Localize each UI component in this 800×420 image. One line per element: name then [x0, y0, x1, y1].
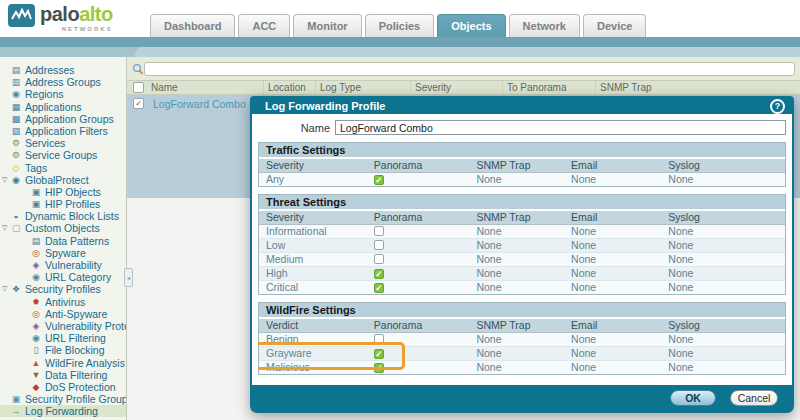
sidebar-item-wildfire-analysis[interactable]: ▲WildFire Analysis — [0, 357, 126, 369]
sidebar-item-log-forwarding[interactable]: →Log Forwarding — [0, 405, 126, 417]
sidebar-item-dynamic-block-lists[interactable]: ◒Dynamic Block Lists — [0, 210, 126, 222]
medium-panorama-checkbox[interactable] — [374, 254, 384, 264]
benign-panorama-checkbox[interactable] — [374, 334, 384, 344]
sidebar-item-label: Application Groups — [25, 113, 114, 125]
sidebar-item-application-filters[interactable]: ▧Application Filters — [0, 125, 126, 137]
snmp-trap-value[interactable]: None — [469, 361, 564, 374]
snmp-trap-value[interactable]: None — [469, 347, 564, 360]
sidebar-item-data-patterns[interactable]: ▤Data Patterns — [0, 235, 126, 247]
sidebar-item-vulnerability-protection[interactable]: ◈Vulnerability Protection — [0, 320, 126, 332]
dynamic-block-lists-icon: ◒ — [10, 210, 22, 222]
select-all-checkbox[interactable] — [133, 82, 144, 93]
any-panorama-checkbox[interactable]: ✓ — [374, 175, 384, 185]
sidebar-item-tags[interactable]: ◇Tags — [0, 162, 126, 174]
sidebar-item-applications[interactable]: ▦Applications — [0, 101, 126, 113]
sidebar-item-regions[interactable]: ◉Regions — [0, 88, 126, 100]
sidebar-item-dos-protection[interactable]: ◆DoS Protection — [0, 381, 126, 393]
expand-triangle-icon[interactable]: ▽ — [2, 283, 7, 295]
tab-policies[interactable]: Policies — [365, 14, 435, 37]
critical-panorama-checkbox[interactable]: ✓ — [374, 283, 384, 293]
column-header-name[interactable]: Name — [147, 81, 263, 94]
severity-label: Benign — [259, 333, 367, 346]
sidebar-item-antivirus[interactable]: ✹Antivirus — [0, 296, 126, 308]
sidebar-item-data-filtering[interactable]: ▼Data Filtering — [0, 369, 126, 381]
sidebar-item-hip-objects[interactable]: ▣HIP Objects — [0, 186, 126, 198]
main-nav-tabs: DashboardACCMonitorPoliciesObjectsNetwor… — [150, 14, 649, 37]
sidebar-collapse-handle[interactable]: ◂ — [124, 268, 133, 287]
tab-network[interactable]: Network — [509, 14, 580, 37]
low-panorama-checkbox[interactable] — [374, 240, 384, 250]
tab-acc[interactable]: ACC — [238, 14, 290, 37]
email-value[interactable]: None — [564, 347, 661, 360]
syslog-value[interactable]: None — [661, 361, 785, 374]
email-value[interactable]: None — [564, 333, 661, 346]
content-panel-top — [135, 47, 800, 57]
syslog-value[interactable]: None — [661, 173, 785, 186]
sidebar-item-vulnerability[interactable]: ◈Vulnerability — [0, 259, 126, 271]
sidebar-item-services[interactable]: ⚙Services — [0, 137, 126, 149]
tab-device[interactable]: Device — [583, 14, 646, 37]
column-header-to-panorama[interactable]: To Panorama — [502, 81, 595, 94]
email-value[interactable]: None — [564, 225, 661, 238]
sidebar-item-addresses[interactable]: ▤Addresses — [0, 64, 126, 76]
syslog-value[interactable]: None — [661, 281, 785, 294]
expand-triangle-icon[interactable]: ▽ — [2, 222, 7, 234]
snmp-trap-value[interactable]: None — [469, 239, 564, 252]
sidebar-item-anti-spyware[interactable]: ◎Anti-Spyware — [0, 308, 126, 320]
email-value[interactable]: None — [564, 253, 661, 266]
syslog-value[interactable]: None — [661, 267, 785, 280]
row-checkbox[interactable]: ✓ — [133, 98, 144, 109]
sidebar-item-security-profile-groups[interactable]: ▣Security Profile Groups — [0, 393, 126, 405]
sidebar-item-hip-profiles[interactable]: ▣HIP Profiles — [0, 198, 126, 210]
syslog-value[interactable]: None — [661, 253, 785, 266]
syslog-value[interactable]: None — [661, 347, 785, 360]
syslog-value[interactable]: None — [661, 239, 785, 252]
expand-triangle-icon[interactable]: ▽ — [2, 174, 7, 186]
sidebar-item-address-groups[interactable]: ▥Address Groups — [0, 76, 126, 88]
sidebar-item-url-filtering[interactable]: ◉URL Filtering — [0, 332, 126, 344]
sidebar-item-globalprotect[interactable]: ▽◉GlobalProtect — [0, 174, 126, 186]
sidebar-item-spyware[interactable]: ◎Spyware — [0, 247, 126, 259]
snmp-trap-value[interactable]: None — [469, 253, 564, 266]
email-value[interactable]: None — [564, 281, 661, 294]
syslog-value[interactable]: None — [661, 225, 785, 238]
email-value[interactable]: None — [564, 267, 661, 280]
email-value[interactable]: None — [564, 173, 661, 186]
sidebar-item-service-groups[interactable]: ⚙Service Groups — [0, 149, 126, 161]
column-header-log-type[interactable]: Log Type — [315, 81, 410, 94]
snmp-trap-value[interactable]: None — [469, 225, 564, 238]
column-header-snmp-trap[interactable]: SNMP Trap — [595, 81, 800, 94]
syslog-value[interactable]: None — [661, 333, 785, 346]
tab-dashboard[interactable]: Dashboard — [150, 14, 235, 37]
sidebar-item-url-category[interactable]: ◉URL Category — [0, 271, 126, 283]
grayware-panorama-checkbox[interactable]: ✓ — [374, 349, 384, 359]
informational-panorama-checkbox[interactable] — [374, 226, 384, 236]
column-header-severity[interactable]: Severity — [410, 81, 502, 94]
profile-name-link[interactable]: LogForward Combo — [147, 98, 246, 110]
high-panorama-checkbox[interactable]: ✓ — [374, 269, 384, 279]
column-header-location[interactable]: Location — [263, 81, 315, 94]
tab-monitor[interactable]: Monitor — [293, 14, 361, 37]
column-header-snmp-trap: SNMP Trap — [469, 159, 564, 172]
sidebar-item-application-groups[interactable]: ▩Application Groups — [0, 113, 126, 125]
custom-objects-icon: ▢ — [10, 222, 22, 234]
cancel-button[interactable]: Cancel — [730, 390, 778, 406]
ok-button[interactable]: OK — [670, 390, 716, 406]
malicious-panorama-checkbox[interactable]: ✓ — [374, 363, 384, 373]
tab-objects[interactable]: Objects — [437, 14, 505, 37]
snmp-trap-value[interactable]: None — [469, 267, 564, 280]
column-header-syslog: Syslog — [661, 211, 785, 224]
profile-name-input[interactable] — [335, 120, 786, 135]
sidebar-item-custom-objects[interactable]: ▽▢Custom Objects — [0, 222, 126, 234]
snmp-trap-value[interactable]: None — [469, 281, 564, 294]
search-input[interactable] — [144, 62, 795, 76]
help-icon[interactable]: ? — [770, 99, 785, 114]
sidebar-item-file-blocking[interactable]: ▯File Blocking — [0, 344, 126, 356]
sidebar-item-security-profiles[interactable]: ▽❖Security Profiles — [0, 283, 126, 295]
email-value[interactable]: None — [564, 361, 661, 374]
snmp-trap-value[interactable]: None — [469, 333, 564, 346]
column-header-severity: Severity — [259, 159, 367, 172]
sidebar-item-label: Addresses — [25, 64, 75, 76]
snmp-trap-value[interactable]: None — [469, 173, 564, 186]
email-value[interactable]: None — [564, 239, 661, 252]
